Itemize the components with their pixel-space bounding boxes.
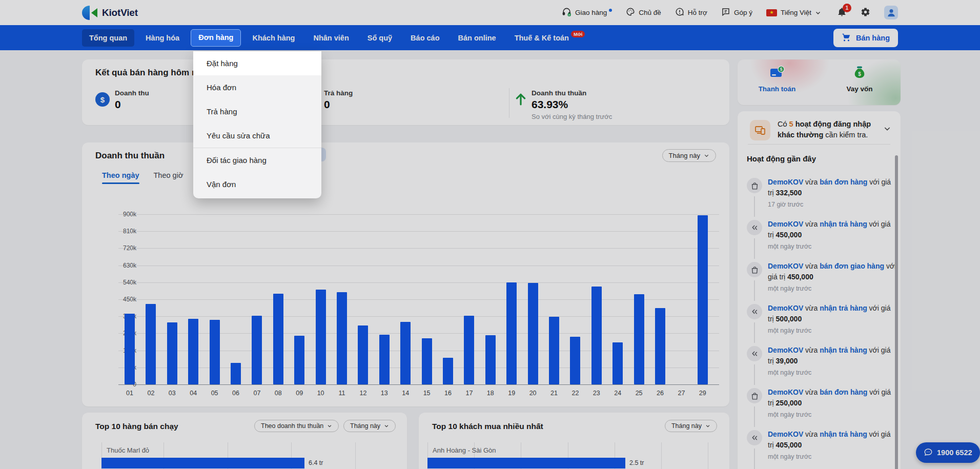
timeline-connector <box>754 196 755 217</box>
mini-bar[interactable] <box>101 458 304 468</box>
activity-amount: 332,500 <box>776 189 802 197</box>
activity-item[interactable]: DemoKOV vừa bán đơn hàng với giá trị 250… <box>768 387 897 420</box>
chart-bar[interactable] <box>146 304 156 384</box>
activity-amount: 500,000 <box>776 315 802 323</box>
tab-by-hour[interactable]: Theo giờ <box>154 171 183 184</box>
activity-action-link[interactable]: bán đơn hàng <box>820 388 867 396</box>
activity-item[interactable]: DemoKOV vừa bán đơn giao hàng với giá tr… <box>768 261 897 294</box>
products-metric-select[interactable]: Theo doanh thu thuần <box>254 420 339 432</box>
activity-item[interactable]: DemoKOV vừa nhận trả hàng với giá trị 40… <box>768 429 897 462</box>
activity-user-link[interactable]: DemoKOV <box>768 262 803 270</box>
chart-bar[interactable] <box>655 308 665 384</box>
chart-bar[interactable] <box>125 314 135 384</box>
sidebar-scrollbar[interactable] <box>895 155 898 469</box>
alert-chevron-down-icon[interactable] <box>883 125 891 135</box>
x-axis-tick: 25 <box>631 390 647 397</box>
chart-bar[interactable] <box>443 358 453 384</box>
chart-bar[interactable] <box>358 325 368 384</box>
activity-user-link[interactable]: DemoKOV <box>768 220 803 228</box>
nav-item-7[interactable]: Bán online <box>451 29 503 47</box>
x-axis-tick: 14 <box>398 390 413 397</box>
chart-bar[interactable] <box>273 294 283 384</box>
chart-bar[interactable] <box>231 363 241 384</box>
chart-bar[interactable] <box>698 215 708 384</box>
feedback-menu-item[interactable]: Góp ý <box>721 7 752 18</box>
hotline-chat-button[interactable]: 1900 6522 <box>916 442 980 463</box>
user-avatar-button[interactable] <box>884 6 898 19</box>
mini-bar[interactable] <box>427 458 625 468</box>
dropdown-item[interactable]: Vận đơn <box>193 172 321 196</box>
dropdown-item[interactable]: Đặt hàng <box>193 51 321 75</box>
activity-action-link[interactable]: nhận trả hàng <box>820 430 867 438</box>
y-axis-tick: 450k <box>85 296 136 303</box>
payment-shortcut[interactable]: $ Thanh toán <box>749 66 805 93</box>
chart-bar[interactable] <box>400 322 411 384</box>
chart-bar[interactable] <box>506 282 517 384</box>
person-icon <box>886 7 896 19</box>
activity-item[interactable]: DemoKOV vừa nhận trả hàng với giá trị 45… <box>768 219 897 252</box>
chart-bar[interactable] <box>422 338 432 384</box>
chart-bar[interactable] <box>379 335 390 384</box>
activity-user-link[interactable]: DemoKOV <box>768 388 803 396</box>
chart-bar[interactable] <box>528 283 538 384</box>
dropdown-item[interactable]: Trả hàng <box>193 99 321 124</box>
nav-item-1[interactable]: Hàng hóa <box>138 29 187 47</box>
support-menu-item[interactable]: Hỗ trợ <box>675 7 707 18</box>
activity-user-link[interactable]: DemoKOV <box>768 346 803 354</box>
settings-button[interactable] <box>861 7 870 18</box>
customers-period-select[interactable]: Tháng này <box>665 420 717 432</box>
activity-action-link[interactable]: nhận trả hàng <box>820 304 867 312</box>
chart-bar[interactable] <box>634 294 644 384</box>
chart-bar[interactable] <box>612 342 623 384</box>
nav-item-orders[interactable]: Đơn hàng <box>191 29 241 47</box>
login-alert-text[interactable]: Có 5 hoạt động đăng nhập khác thường cần… <box>778 119 878 140</box>
chart-bar[interactable] <box>485 335 496 384</box>
chart-period-select[interactable]: Tháng này <box>662 149 716 162</box>
chart-bar[interactable] <box>252 316 262 384</box>
nav-item-3[interactable]: Khách hàng <box>245 29 302 47</box>
dropdown-item[interactable]: Yêu cầu sửa chữa <box>193 124 321 148</box>
chart-bar[interactable] <box>210 320 220 384</box>
x-axis-tick: 19 <box>504 390 519 397</box>
loan-shortcut[interactable]: $ Vay vốn <box>831 66 888 93</box>
activity-action-link[interactable]: bán đơn giao hàng <box>820 262 884 270</box>
chart-bar[interactable] <box>167 322 177 384</box>
products-period-select[interactable]: Tháng này <box>343 420 396 432</box>
activity-action-link[interactable]: bán đơn hàng <box>820 178 867 186</box>
activity-item[interactable]: DemoKOV vừa nhận trả hàng với giá trị 39… <box>768 345 897 378</box>
activity-user-link[interactable]: DemoKOV <box>768 430 803 438</box>
kiotviet-logo[interactable]: KiotViet <box>82 6 138 20</box>
chart-bar[interactable] <box>464 316 474 384</box>
dropdown-item[interactable]: Hóa đơn <box>193 75 321 99</box>
activity-item[interactable]: DemoKOV vừa bán đơn hàng với giá trị 332… <box>768 177 897 210</box>
nav-item-4[interactable]: Nhân viên <box>306 29 356 47</box>
chart-bar[interactable] <box>570 337 580 384</box>
activity-action-link[interactable]: nhận trả hàng <box>820 346 867 354</box>
y-axis-tick: 720k <box>85 244 136 252</box>
tab-by-day[interactable]: Theo ngày <box>102 171 139 184</box>
nav-item-overview[interactable]: Tổng quan <box>82 29 134 47</box>
activity-item[interactable]: DemoKOV vừa nhận trả hàng với giá trị 50… <box>768 303 897 336</box>
chart-bar[interactable] <box>316 290 326 384</box>
chart-gridline <box>118 333 719 334</box>
chart-bar[interactable] <box>337 292 347 384</box>
chart-bar[interactable] <box>294 336 304 384</box>
mini-gridline <box>661 442 662 469</box>
activity-user-link[interactable]: DemoKOV <box>768 304 803 312</box>
x-axis-tick: 02 <box>143 390 158 397</box>
theme-menu-item[interactable]: Chủ đề <box>626 7 661 18</box>
delivery-menu-item[interactable]: Giao hàng <box>562 7 612 18</box>
activity-user-link[interactable]: DemoKOV <box>768 178 803 186</box>
chart-bar[interactable] <box>188 319 198 384</box>
nav-item-8[interactable]: Thuế & Kế toánMới <box>507 29 593 47</box>
notifications-button[interactable]: 1 <box>837 7 847 18</box>
dropdown-item[interactable]: Đối tác giao hàng <box>193 148 321 172</box>
nav-item-5[interactable]: Sổ quỹ <box>360 29 399 47</box>
activity-action-link[interactable]: nhận trả hàng <box>820 220 867 228</box>
sell-button[interactable]: Bán hàng <box>833 29 898 47</box>
chart-bar[interactable] <box>549 317 559 384</box>
chart-bar[interactable] <box>591 287 602 384</box>
language-selector[interactable]: ★ Tiếng Việt <box>766 9 821 16</box>
nav-item-6[interactable]: Báo cáo <box>403 29 446 47</box>
activity-amount: 450,000 <box>776 231 802 239</box>
